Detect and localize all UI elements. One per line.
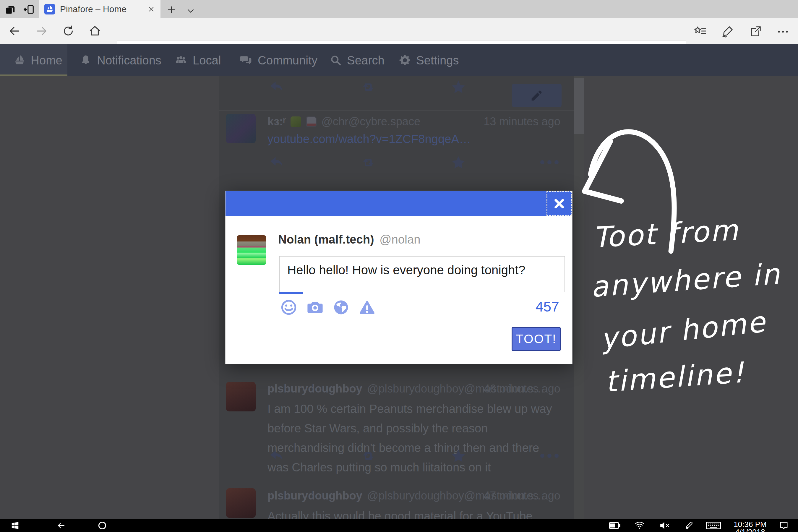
screen: Pinafore – Home https://de bbox=[0, 0, 798, 532]
nav-label: Notifications bbox=[97, 54, 162, 67]
web-notes-button[interactable] bbox=[721, 25, 734, 38]
favorite-star-icon[interactable] bbox=[450, 448, 467, 464]
post-divider bbox=[219, 110, 574, 111]
wifi-icon[interactable] bbox=[634, 520, 645, 530]
post-timestamp[interactable]: 46 minutes ago bbox=[483, 382, 560, 395]
pencil-icon bbox=[530, 89, 544, 102]
media-upload-button[interactable] bbox=[306, 298, 324, 317]
browser-tab-strip: Pinafore – Home bbox=[0, 0, 798, 18]
post-link[interactable]: youtube.com/watch?v=1ZCF8ngqeA… bbox=[267, 132, 471, 146]
post-author-handle[interactable]: @chr@cybre.space bbox=[321, 115, 420, 128]
emoji-picker-button[interactable] bbox=[279, 298, 298, 317]
forward-button[interactable] bbox=[35, 24, 49, 38]
pinafore-nav-bar: Home Notifications Local Community Searc… bbox=[0, 44, 798, 76]
nav-label: Community bbox=[258, 54, 318, 67]
nav-item-community[interactable]: Community bbox=[239, 44, 318, 76]
avatar[interactable] bbox=[226, 114, 256, 143]
more-options-button[interactable] bbox=[776, 25, 790, 38]
tab-title: Pinafore – Home bbox=[60, 4, 127, 14]
post-author-name[interactable]: kз:ʳ bbox=[267, 115, 286, 128]
volume-muted-icon[interactable] bbox=[659, 521, 671, 530]
post-timestamp[interactable]: 13 minutes ago bbox=[483, 115, 560, 128]
plus-icon bbox=[166, 5, 176, 15]
content-warning-button[interactable] bbox=[358, 299, 377, 318]
composer-handle: @nolan bbox=[380, 233, 420, 246]
cortana-button[interactable] bbox=[97, 521, 107, 530]
people-icon bbox=[174, 54, 188, 67]
pinafore-favicon bbox=[44, 4, 55, 15]
reply-icon[interactable] bbox=[268, 448, 285, 464]
more-actions-icon[interactable] bbox=[540, 454, 558, 458]
dragon-emoji bbox=[290, 116, 301, 127]
favorite-star-icon[interactable] bbox=[450, 79, 467, 95]
toot-button-label: TOOT! bbox=[516, 332, 556, 346]
tab-list-dropdown[interactable] bbox=[185, 5, 196, 17]
post-timestamp[interactable]: 47 minutes ago bbox=[483, 490, 560, 502]
back-button[interactable] bbox=[8, 24, 21, 38]
nav-label: Search bbox=[347, 54, 384, 67]
composer-display-name: Nolan (malf.tech) bbox=[278, 233, 374, 246]
browser-toolbar: https://dev.pinafore.social/ bbox=[0, 18, 798, 44]
favorites-button[interactable] bbox=[694, 25, 707, 38]
sailboat-icon bbox=[13, 54, 26, 67]
pen-settings-icon[interactable] bbox=[684, 521, 694, 530]
browser-tab[interactable]: Pinafore – Home bbox=[39, 0, 160, 18]
avatar[interactable] bbox=[226, 488, 256, 518]
taskbar-clock[interactable]: 10:36 PM 4/1/2018 bbox=[725, 520, 776, 532]
chat-bubbles-icon bbox=[239, 54, 253, 67]
boost-icon[interactable] bbox=[360, 154, 377, 171]
avatar[interactable] bbox=[226, 382, 256, 412]
set-aside-icon bbox=[23, 4, 35, 15]
page-background-left bbox=[0, 76, 219, 519]
post-author-name[interactable]: plsburydoughboy bbox=[267, 490, 362, 502]
clock-time: 10:36 PM bbox=[725, 520, 776, 528]
nav-item-search[interactable]: Search bbox=[329, 44, 384, 76]
nav-item-home[interactable]: Home bbox=[13, 44, 62, 76]
post-body: Actually this would be good material for… bbox=[267, 506, 563, 519]
nav-label: Home bbox=[31, 54, 62, 67]
post-author-name[interactable]: plsburydoughboy bbox=[267, 382, 362, 395]
nav-item-settings[interactable]: Settings bbox=[398, 44, 459, 76]
composer-identity: Nolan (malf.tech) @nolan bbox=[278, 233, 420, 246]
nav-item-notifications[interactable]: Notifications bbox=[79, 44, 162, 76]
touch-keyboard-icon[interactable] bbox=[706, 522, 721, 529]
refresh-button[interactable] bbox=[61, 24, 75, 38]
boost-icon[interactable] bbox=[360, 448, 377, 464]
nav-label: Settings bbox=[416, 54, 459, 67]
boost-icon[interactable] bbox=[360, 79, 377, 95]
close-icon bbox=[553, 197, 566, 210]
favorite-star-icon[interactable] bbox=[450, 154, 467, 171]
dialog-header bbox=[226, 191, 572, 216]
toot-button[interactable]: TOOT! bbox=[512, 327, 560, 351]
reply-icon[interactable] bbox=[268, 79, 285, 95]
floppy-disk-emoji bbox=[306, 116, 317, 127]
tab-close-icon[interactable] bbox=[147, 5, 155, 13]
post-divider bbox=[219, 483, 574, 483]
nav-label: Local bbox=[193, 54, 221, 67]
taskbar-back-button[interactable] bbox=[57, 521, 65, 530]
stacked-tabs-icon bbox=[5, 4, 16, 15]
battery-icon[interactable] bbox=[609, 522, 621, 529]
search-icon bbox=[329, 54, 342, 67]
action-center-icon[interactable] bbox=[779, 521, 788, 530]
home-button[interactable] bbox=[88, 24, 102, 38]
set-tabs-aside-button[interactable] bbox=[23, 3, 35, 15]
compose-textarea[interactable]: Hello hello! How is everyone doing tonig… bbox=[279, 256, 565, 292]
more-actions-icon[interactable] bbox=[540, 160, 558, 164]
clock-date: 4/1/2018 bbox=[725, 528, 776, 532]
start-button[interactable] bbox=[11, 521, 19, 530]
close-dialog-button[interactable] bbox=[547, 191, 572, 216]
length-gauge bbox=[279, 292, 303, 294]
compose-toot-dialog: Nolan (malf.tech) @nolan Hello hello! Ho… bbox=[225, 191, 572, 364]
chevron-down-icon bbox=[186, 6, 195, 15]
privacy-globe-button[interactable] bbox=[331, 298, 350, 317]
composer-avatar[interactable] bbox=[237, 235, 266, 265]
nav-item-local[interactable]: Local bbox=[174, 44, 221, 76]
compose-text: Hello hello! How is everyone doing tonig… bbox=[280, 256, 565, 284]
reply-icon[interactable] bbox=[268, 154, 285, 171]
tab-preview-button[interactable] bbox=[4, 3, 16, 15]
new-tab-button[interactable] bbox=[166, 4, 177, 16]
post-body: I am 100 % certain Peanuts merchandise b… bbox=[267, 399, 563, 477]
compose-toot-fab[interactable] bbox=[512, 84, 562, 107]
share-button[interactable] bbox=[748, 25, 762, 38]
